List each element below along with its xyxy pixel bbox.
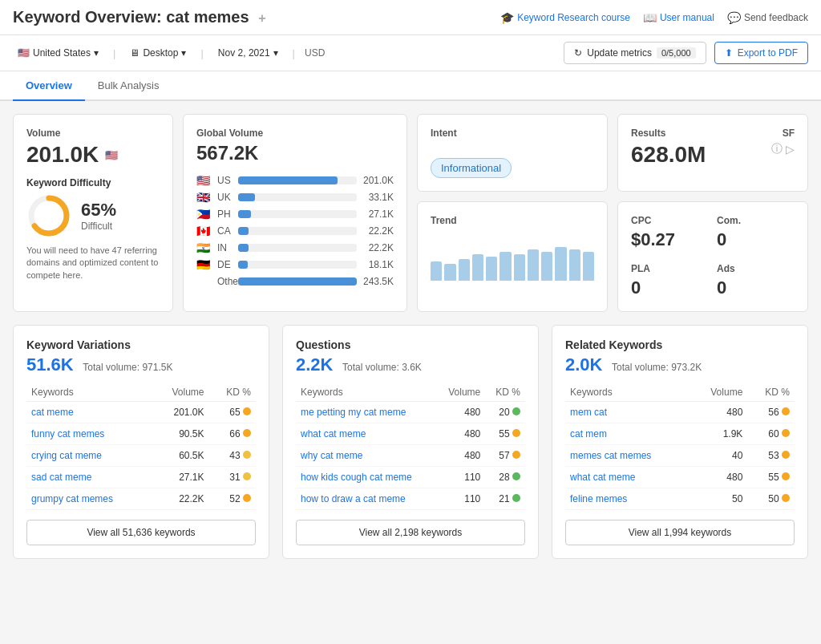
kv-keyword-3[interactable]: crying cat meme [31,450,102,461]
ads-label: Ads [717,263,795,274]
kv-vol-3: 60.5K [152,445,208,467]
add-keyword-icon[interactable]: + [258,11,265,25]
chevron-down-icon: ▾ [94,47,99,59]
date-selector[interactable]: Nov 2, 2021 ▾ [213,44,283,62]
play-icon[interactable]: ▷ [786,143,795,156]
trend-label: Trend [431,215,594,226]
cpc-label: CPC [631,215,709,226]
kd-dot-orange-q3 [512,451,520,459]
rk-vol-3: 40 [690,445,748,467]
rk-keyword-4[interactable]: what cat meme [570,472,635,483]
currency-label: USD [305,47,325,59]
sub-bar-right: ↻ Update metrics 0/5,000 ⬆ Export to PDF [564,42,808,64]
country-row-de: DE 18.1K [196,258,394,271]
cpc-section: CPC $0.27 [631,215,709,250]
kd-dot-green-q4 [512,472,520,480]
kv-vol-2: 90.5K [152,423,208,445]
kv-keyword-5[interactable]: grumpy cat memes [31,493,113,504]
q-kd-2: 55 [485,423,525,445]
kv-view-all-button[interactable]: View all 51,636 keywords [26,520,256,545]
kv-kd-2: 66 [209,423,257,445]
rk-vol-4: 480 [690,467,748,488]
device-selector[interactable]: 🖥 Desktop ▾ [125,44,191,62]
kd-dot-yellow-3 [243,451,251,459]
kv-title: Keyword Variations [26,338,256,351]
us-flag-icon: 🇺🇸 [18,47,30,59]
questions-card: Questions 2.2K Total volume: 3.6K Keywor… [282,325,539,559]
global-label: Global Volume [196,128,394,139]
chevron-down-icon-3: ▾ [273,47,278,59]
chat-icon: 💬 [727,11,741,24]
kd-dot-orange-rk2 [782,429,790,437]
country-selector[interactable]: 🇺🇸 United States ▾ [13,44,103,62]
table-row: how to draw a cat meme 110 21 [296,488,525,510]
kv-vol-1: 201.0K [152,402,208,423]
kd-dot-orange-1 [243,407,251,415]
q-vol-1: 480 [437,402,486,423]
rk-vol-5: 50 [690,488,748,510]
trend-bar-5 [486,257,497,281]
trend-bars [431,233,594,281]
top-bar-right: 🎓 Keyword Research course 📖 User manual … [500,11,808,24]
volume-value: 201.0K [26,142,99,168]
table-row: how kids cough cat meme 110 28 [296,467,525,488]
intent-results-row: Intent Informational Results 628.0M SF [417,114,808,192]
rk-col-volume: Volume [690,383,748,402]
intent-card: Intent Informational [417,114,608,192]
q-kd-4: 28 [485,467,525,488]
q-keyword-1[interactable]: me petting my cat meme [301,407,406,418]
rk-keyword-2[interactable]: cat mem [570,428,607,439]
rk-keyword-3[interactable]: memes cat memes [570,450,651,461]
rk-keyword-1[interactable]: mem cat [570,407,607,418]
table-row: why cat meme 480 57 [296,445,525,467]
feedback-link[interactable]: 💬 Send feedback [727,11,808,24]
kv-keyword-1[interactable]: cat meme [31,407,74,418]
export-pdf-button[interactable]: ⬆ Export to PDF [714,42,808,64]
q-keyword-2[interactable]: what cat meme [301,428,366,439]
kv-col-kd: KD % [209,383,257,402]
table-row: me petting my cat meme 480 20 [296,402,525,423]
right-cards: Intent Informational Results 628.0M SF [417,114,808,312]
update-metrics-button[interactable]: ↻ Update metrics 0/5,000 [564,42,706,64]
rk-keyword-5[interactable]: feline memes [570,493,627,504]
cpc-grid: CPC $0.27 Com. 0 PLA 0 Ads [631,215,795,298]
kv-summary: 51.6K Total volume: 971.5K [26,354,256,375]
rk-view-all-button[interactable]: View all 1,994 keywords [565,520,795,545]
sub-bar: 🇺🇸 United States ▾ | 🖥 Desktop ▾ | Nov 2… [0,35,821,71]
pla-section: PLA 0 [631,263,709,298]
kv-col-volume: Volume [152,383,208,402]
kv-keyword-4[interactable]: sad cat meme [31,472,91,483]
tab-bulk-analysis[interactable]: Bulk Analysis [85,71,172,101]
rk-kd-4: 55 [747,467,795,488]
table-row: cat mem 1.9K 60 [565,423,795,445]
rk-vol-2: 1.9K [690,423,748,445]
global-volume-card: Global Volume 567.2K US 201.0K UK 33.1K [183,114,407,312]
kd-dot-orange-rk3 [782,451,790,459]
table-row: funny cat memes 90.5K 66 [26,423,256,445]
rk-col-kd: KD % [747,383,795,402]
trend-bar-2 [444,264,455,281]
q-count: 2.2K [296,354,333,375]
com-section: Com. 0 [717,215,795,250]
manual-link[interactable]: 📖 User manual [643,11,714,24]
rk-summary: 2.0K Total volume: 973.2K [565,354,795,375]
trend-bar-9 [541,252,552,281]
q-view-all-button[interactable]: View all 2,198 keywords [296,520,525,545]
sub-bar-left: 🇺🇸 United States ▾ | 🖥 Desktop ▾ | Nov 2… [13,44,325,62]
q-vol-3: 480 [437,445,486,467]
q-keyword-4[interactable]: how kids cough cat meme [301,472,412,483]
table-row: mem cat 480 56 [565,402,795,423]
intent-badge: Informational [431,158,512,178]
desktop-icon: 🖥 [130,47,140,59]
info-icon[interactable]: ⓘ [771,142,783,156]
rk-kd-1: 56 [747,402,795,423]
q-keyword-3[interactable]: why cat meme [301,450,362,461]
kv-count: 51.6K [26,354,74,375]
q-kd-1: 20 [485,402,525,423]
course-link[interactable]: 🎓 Keyword Research course [500,11,630,24]
tab-overview[interactable]: Overview [13,71,85,101]
kv-keyword-2[interactable]: funny cat memes [31,428,104,439]
kv-kd-1: 65 [209,402,257,423]
table-row: cat meme 201.0K 65 [26,402,256,423]
q-keyword-5[interactable]: how to draw a cat meme [301,493,406,504]
